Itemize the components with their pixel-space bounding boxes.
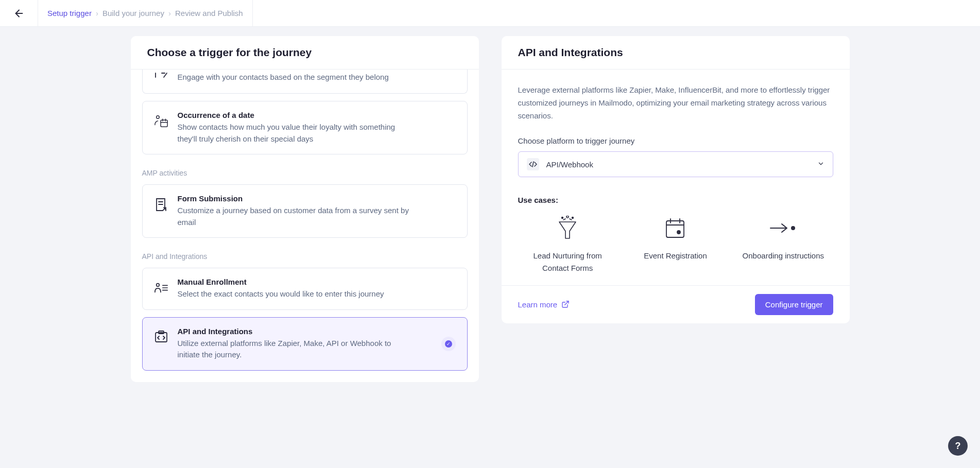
card-text: Form Submission Customize a journey base… (178, 194, 415, 228)
intro-text: Leverage external platforms like Zapier,… (518, 84, 833, 122)
left-panel-title: Choose a trigger for the journey (131, 36, 479, 70)
chevron-right-icon: › (96, 9, 98, 18)
trigger-desc: Show contacts how much you value their l… (178, 122, 415, 145)
main-content: Choose a trigger for the journey Engage … (0, 27, 980, 382)
top-bar: Setup trigger › Build your journey › Rev… (0, 0, 980, 27)
trigger-desc: Customize a journey based on customer da… (178, 205, 415, 228)
external-link-icon (561, 300, 570, 308)
usecase-label: Lead Nurturing from Contact Forms (520, 250, 615, 274)
funnel-icon (556, 216, 579, 240)
svg-point-26 (791, 226, 795, 230)
right-panel-title: API and Integrations (502, 36, 850, 70)
choose-platform-label: Choose platform to trigger journey (518, 136, 833, 145)
trigger-title: API and Integrations (178, 327, 415, 336)
usecase-onboarding: Onboarding instructions (735, 216, 831, 274)
right-panel: API and Integrations Leverage external p… (502, 36, 850, 323)
breadcrumb-review-publish[interactable]: Review and Publish (175, 9, 243, 18)
trigger-card-manual[interactable]: Manual Enrollment Select the exact conta… (142, 268, 468, 310)
code-brackets-icon (527, 158, 539, 170)
card-text: Manual Enrollment Select the exact conta… (178, 278, 384, 300)
card-text: API and Integrations Utilize external pl… (178, 327, 415, 361)
svg-point-16 (566, 216, 569, 218)
chevron-down-icon (817, 160, 824, 169)
selected-check-icon: ✓ (441, 337, 456, 351)
trigger-title: Form Submission (178, 194, 415, 203)
section-amp-label: AMP activities (142, 169, 468, 177)
trigger-card-segment[interactable]: Engage with your contacts based on the s… (142, 70, 468, 94)
trigger-card-api[interactable]: API and Integrations Utilize external pl… (142, 317, 468, 371)
form-icon (154, 197, 168, 212)
configure-trigger-button[interactable]: Configure trigger (755, 294, 833, 315)
svg-line-18 (563, 219, 565, 220)
code-icon (154, 330, 168, 344)
svg-rect-20 (666, 221, 684, 237)
arrow-dot-icon (769, 216, 797, 240)
back-button[interactable] (0, 0, 38, 27)
svg-point-17 (572, 217, 574, 219)
breadcrumb-setup-trigger[interactable]: Setup trigger (47, 9, 92, 18)
calendar-dot-icon (664, 216, 686, 240)
section-api-label: API and Integrations (142, 252, 468, 261)
svg-rect-2 (161, 120, 167, 127)
right-panel-footer: Learn more Configure trigger (502, 285, 850, 323)
breadcrumb-build-journey[interactable]: Build your journey (102, 9, 164, 18)
segment-icon (154, 70, 168, 84)
learn-more-label: Learn more (518, 300, 558, 309)
trigger-title: Manual Enrollment (178, 278, 384, 286)
svg-line-14 (532, 162, 534, 167)
svg-point-8 (156, 284, 159, 287)
trigger-title: Occurrence of a date (178, 111, 415, 119)
svg-line-27 (565, 301, 569, 305)
usecase-label: Event Registration (644, 250, 707, 262)
trigger-desc: Engage with your contacts based on the s… (178, 72, 389, 83)
trigger-desc: Select the exact contacts you would like… (178, 288, 384, 300)
trigger-desc: Utilize external platforms like Zapier, … (178, 338, 415, 361)
svg-point-1 (156, 116, 159, 119)
usecase-event-registration: Event Registration (628, 216, 723, 274)
card-text: Engage with your contacts based on the s… (178, 72, 389, 83)
trigger-card-date[interactable]: Occurrence of a date Show contacts how m… (142, 101, 468, 154)
person-calendar-icon (154, 114, 168, 128)
svg-point-24 (677, 231, 680, 234)
card-text: Occurrence of a date Show contacts how m… (178, 111, 415, 145)
arrow-left-icon (13, 8, 25, 19)
person-list-icon (154, 281, 168, 295)
chevron-right-icon: › (168, 9, 171, 18)
usecases-list: Lead Nurturing from Contact Forms Event … (518, 216, 833, 274)
usecase-lead-nurturing: Lead Nurturing from Contact Forms (520, 216, 615, 274)
usecase-label: Onboarding instructions (743, 250, 824, 262)
usecases-label: Use cases: (518, 196, 833, 204)
right-panel-body: Leverage external platforms like Zapier,… (502, 70, 850, 274)
selected-platform-label: API/Webhook (546, 160, 810, 169)
left-panel: Choose a trigger for the journey Engage … (131, 36, 479, 382)
learn-more-link[interactable]: Learn more (518, 300, 570, 309)
svg-point-15 (562, 217, 563, 219)
breadcrumb: Setup trigger › Build your journey › Rev… (38, 0, 253, 27)
trigger-list: Engage with your contacts based on the s… (131, 70, 479, 382)
svg-line-19 (570, 219, 572, 220)
platform-select[interactable]: API/Webhook (518, 151, 833, 177)
trigger-card-form[interactable]: Form Submission Customize a journey base… (142, 184, 468, 238)
